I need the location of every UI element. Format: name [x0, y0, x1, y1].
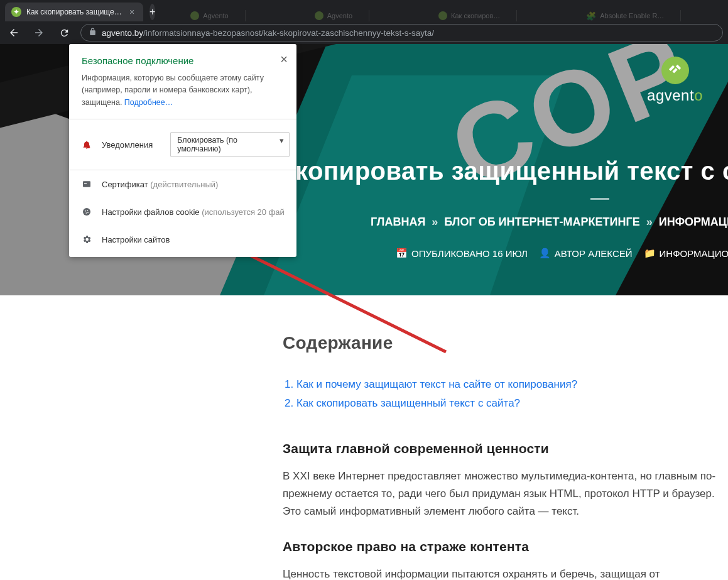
- bell-icon: [82, 140, 93, 150]
- folder-icon: 📁: [644, 248, 656, 259]
- paragraph: Ценность текстовой информации пытаются о…: [283, 566, 722, 580]
- svg-point-9: [83, 208, 90, 216]
- toc-list: Как и почему защищают текст на сайте от …: [283, 378, 722, 410]
- section-heading: Защита главной современной ценности: [283, 441, 722, 456]
- toc-item: Как скопировать защищенный текст с сайта…: [296, 397, 722, 410]
- breadcrumb-blog[interactable]: БЛОГ ОБ ИНТЕРНЕТ-МАРКЕТИНГЕ: [444, 216, 639, 229]
- category-name: ИНФОРМАЦИОННАЯ Б: [660, 248, 728, 259]
- notifications-select[interactable]: Блокировать (по умолчанию): [170, 132, 290, 157]
- gear-icon: [82, 234, 93, 244]
- popup-close-icon[interactable]: ×: [280, 53, 288, 65]
- notifications-label: Уведомления: [102, 140, 153, 150]
- certificate-label: Сертификат (действительный): [102, 180, 218, 189]
- certificate-icon: [82, 179, 93, 189]
- cookies-label: Настройки файлов cookie (используется 20…: [102, 207, 284, 217]
- active-tab[interactable]: ✦ Как скопировать защищенный… ×: [5, 3, 143, 21]
- toolbar: agvento.by/informatsionnaya-bezopasnost/…: [0, 21, 728, 44]
- site-info-popup: Безопасное подключение Информация, котор…: [69, 44, 296, 257]
- background-tabs: Agvento Agvento Как скопиров… 🧩Absolute …: [159, 10, 728, 21]
- learn-more-link[interactable]: Подробнее…: [124, 98, 173, 107]
- svg-point-11: [87, 210, 88, 211]
- title-divider: [590, 198, 609, 200]
- address-bar[interactable]: agvento.by/informatsionnaya-bezopasnost/…: [80, 24, 723, 41]
- back-button[interactable]: [5, 24, 23, 41]
- svg-rect-6: [87, 145, 90, 148]
- forward-button[interactable]: [30, 24, 48, 41]
- browser-chrome: ✦ Как скопировать защищенный… × + Agvent…: [0, 0, 728, 44]
- breadcrumb-category[interactable]: ИНФОРМАЦИОННА: [659, 216, 728, 229]
- cookies-row[interactable]: Настройки файлов cookie (используется 20…: [69, 198, 296, 226]
- user-icon: 👤: [539, 248, 551, 259]
- site-settings-row[interactable]: Настройки сайтов: [69, 226, 296, 257]
- url-text: agvento.by/informatsionnaya-bezopasnost/…: [102, 28, 434, 38]
- svg-point-12: [85, 212, 87, 214]
- svg-rect-7: [83, 181, 90, 187]
- paragraph: В XXI веке Интернет предоставляет множес…: [283, 468, 722, 520]
- new-tab-button[interactable]: +: [149, 4, 155, 20]
- toc-heading: Содержание: [283, 333, 722, 353]
- lock-icon[interactable]: [89, 28, 97, 38]
- article-body: Содержание Как и почему защищают текст н…: [283, 333, 722, 580]
- cookie-icon: [82, 207, 93, 217]
- notifications-row: Уведомления Блокировать (по умолчанию): [69, 119, 296, 170]
- section-heading: Авторское право на страже контента: [283, 539, 722, 554]
- publish-date: ОПУБЛИКОВАНО 16 ИЮЛ: [411, 248, 528, 259]
- certificate-row[interactable]: Сертификат (действительный): [69, 170, 296, 198]
- svg-point-13: [87, 212, 89, 214]
- tab-close-icon[interactable]: ×: [127, 7, 137, 17]
- svg-rect-8: [84, 183, 87, 183]
- tab-favicon: ✦: [11, 7, 21, 17]
- breadcrumb-home[interactable]: ГЛАВНАЯ: [371, 216, 425, 229]
- tab-strip: ✦ Как скопировать защищенный… × + Agvent…: [0, 0, 728, 21]
- tab-title: Как скопировать защищенный…: [26, 8, 122, 16]
- reload-button[interactable]: [55, 24, 73, 41]
- site-settings-label: Настройки сайтов: [102, 235, 170, 244]
- svg-point-10: [85, 211, 86, 212]
- calendar-icon: 📅: [396, 248, 408, 259]
- popup-description: Информация, которую вы сообщаете этому с…: [82, 72, 284, 109]
- author-name: АВТОР АЛЕКСЕЙ: [555, 248, 633, 259]
- popup-title: Безопасное подключение: [82, 55, 284, 66]
- toc-item: Как и почему защищают текст на сайте от …: [296, 378, 722, 391]
